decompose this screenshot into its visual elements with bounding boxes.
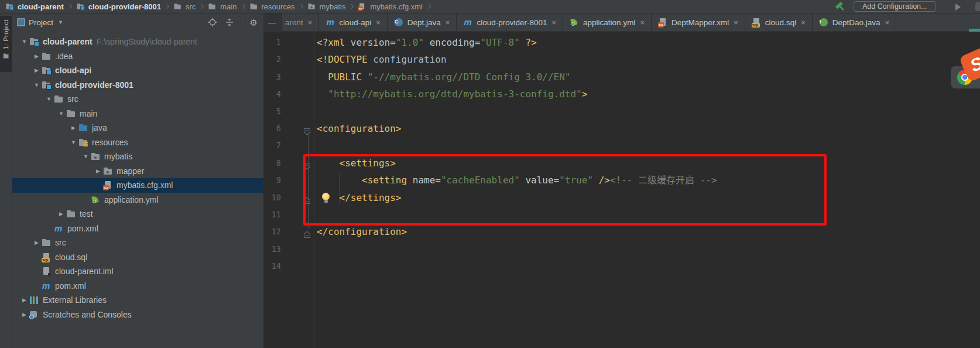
maven-file-icon: m (325, 18, 335, 27)
tree-item-label: pom.xml (67, 224, 98, 233)
tree-item-external-libraries[interactable]: ▶External Libraries (12, 293, 263, 308)
chevron-collapsed-icon[interactable]: ▶ (19, 312, 29, 318)
tree-item-label: java (92, 123, 107, 132)
hide-panel-button[interactable]: — (263, 13, 282, 31)
tab-close-icon[interactable]: × (446, 18, 450, 27)
tree-item-mybatis[interactable]: ▼mybatis (12, 149, 263, 164)
tab-label: DeptDao.java (832, 18, 880, 27)
tree-item-application.yml[interactable]: application.yml (12, 193, 263, 207)
clipped-toolbar-icon[interactable] (975, 2, 980, 11)
chevron-expanded-icon[interactable]: ▼ (32, 82, 42, 88)
chevron-collapsed-icon[interactable]: ▶ (32, 53, 42, 59)
fold-marker-up-icon[interactable] (303, 227, 311, 236)
tree-item-java[interactable]: ▶java (12, 121, 263, 135)
maven-file-icon: m (54, 224, 64, 233)
tree-item-cloud-parent[interactable]: ▼cloud-parentF:\springStudy\cloud-parent (12, 35, 263, 49)
editor-tab-deptmapper.xml[interactable]: <>DeptMapper.xml× (652, 13, 745, 31)
editor-tab-cloud-api[interactable]: mcloud-api× (319, 13, 387, 31)
tree-item-cloud-provider-8001[interactable]: ▼cloud-provider-8001 (12, 78, 263, 93)
editor-area: — arent×mcloud-api×CDept.java×mcloud-pro… (263, 13, 980, 348)
tree-item-mybatis.cfg.xml[interactable]: <>mybatis.cfg.xml (12, 178, 263, 193)
tree-item-cloud-api[interactable]: ▶cloud-api (12, 63, 263, 78)
chevron-expanded-icon[interactable]: ▼ (19, 39, 29, 45)
line-number: 11 (263, 206, 281, 223)
chevron-collapsed-icon[interactable]: ▶ (93, 168, 103, 174)
line-number: 7 (263, 137, 281, 154)
line-number: 14 (263, 258, 281, 275)
tree-item-mapper[interactable]: ▶mapper (12, 164, 263, 179)
editor-tab-application.yml[interactable]: application.yml× (563, 13, 652, 31)
editor-tab-arent[interactable]: arent× (282, 13, 319, 31)
collapse-all-icon[interactable] (225, 18, 234, 27)
tree-item-label: main (80, 109, 97, 118)
code-line-7: 7 (263, 137, 980, 154)
breadcrumb-item[interactable]: <>mybatis.cfg.xml (357, 2, 423, 11)
breadcrumb-item[interactable]: resources (249, 2, 295, 11)
sql-file-icon: SQL (42, 253, 52, 262)
chevron-expanded-icon[interactable]: ▼ (68, 139, 78, 145)
fold-marker-down-icon[interactable] (303, 124, 311, 133)
tab-label: DeptMapper.xml (671, 18, 729, 27)
tree-item-pom.xml[interactable]: mpom.xml (12, 221, 263, 236)
add-configuration-button[interactable]: Add Configuration... (854, 1, 936, 12)
module-folder-icon (42, 66, 52, 75)
tab-close-icon[interactable]: × (885, 18, 890, 27)
breadcrumb-chevron-icon (298, 4, 303, 9)
breadcrumb-item[interactable]: cloud-parent (5, 2, 64, 11)
tree-item-main[interactable]: ▼main (12, 107, 263, 121)
locate-file-icon[interactable] (208, 18, 217, 27)
code-editor[interactable]: 1<?xml version="1.0" encoding="UTF-8" ?>… (263, 32, 980, 348)
editor-tabbar: — arent×mcloud-api×CDept.java×mcloud-pro… (263, 13, 980, 32)
tree-item-cloud.sql[interactable]: SQLcloud.sql (12, 250, 263, 265)
code-line-13: 13 (263, 241, 980, 258)
tab-close-icon[interactable]: × (801, 18, 806, 27)
tree-item-.idea[interactable]: ▶.idea (12, 49, 263, 64)
tree-item-pom.xml[interactable]: mpom.xml (12, 279, 263, 294)
chevron-collapsed-icon[interactable]: ▶ (32, 240, 42, 245)
breadcrumb-item[interactable]: cloud-provider-8001 (76, 2, 161, 11)
chevron-expanded-icon[interactable]: ▼ (81, 153, 91, 159)
tree-item-cloud-parent.iml[interactable]: cloud-parent.iml (12, 264, 263, 279)
breadcrumb-chevron-icon (349, 4, 354, 9)
tree-item-label: cloud-parent (43, 37, 92, 46)
tree-item-resources[interactable]: ▼resources (12, 135, 263, 150)
project-stripe-tab[interactable]: 1: Project (0, 16, 12, 72)
chevron-expanded-icon[interactable]: ▼ (56, 111, 66, 117)
code-text: <!DOCTYPE configuration (317, 51, 447, 68)
breadcrumb-item[interactable]: src (173, 2, 196, 11)
settings-gear-icon[interactable]: ⚙ (250, 18, 258, 27)
editor-tab-dept.java[interactable]: CDept.java× (388, 13, 457, 31)
chevron-collapsed-icon[interactable]: ▶ (68, 125, 78, 131)
tree-item-src[interactable]: ▶src (12, 236, 263, 250)
tree-item-test[interactable]: ▶test (12, 207, 263, 221)
tree-item-src[interactable]: ▼src (12, 92, 263, 107)
editor-tab-deptdao.java[interactable]: IDeptDao.java× (813, 13, 896, 31)
project-panel-title[interactable]: Project (29, 18, 53, 27)
spring-file-icon (91, 195, 101, 204)
chevron-expanded-icon[interactable]: ▼ (44, 96, 54, 102)
module-folder-icon (29, 37, 39, 46)
tab-close-icon[interactable]: × (308, 18, 313, 27)
editor-tab-cloud-provider-8001[interactable]: mcloud-provider-8001× (457, 13, 563, 31)
chevron-collapsed-icon[interactable]: ▶ (32, 67, 42, 73)
tree-item-scratches-and-consoles[interactable]: ▶Scratches and Consoles (12, 308, 263, 322)
run-play-icon[interactable] (955, 4, 961, 11)
code-line-12: 12</configuration> (263, 223, 980, 240)
breadcrumb-item[interactable]: mybatis (307, 2, 346, 11)
line-number: 9 (263, 172, 281, 189)
chevron-collapsed-icon[interactable]: ▶ (56, 211, 66, 217)
breadcrumb-chevron-icon (199, 4, 204, 9)
tree-item-label: .idea (55, 52, 73, 61)
folder-icon (42, 52, 52, 61)
tree-item-label: mybatis.cfg.xml (116, 180, 173, 190)
tab-close-icon[interactable]: × (734, 18, 738, 27)
line-number: 4 (263, 86, 281, 103)
editor-tab-cloud.sql[interactable]: SQLcloud.sql× (745, 13, 813, 31)
chevron-collapsed-icon[interactable]: ▶ (19, 297, 29, 303)
line-number: 12 (263, 223, 281, 240)
tab-close-icon[interactable]: × (376, 18, 381, 27)
tab-close-icon[interactable]: × (551, 18, 556, 27)
build-hammer-icon[interactable] (835, 1, 846, 12)
tab-close-icon[interactable]: × (640, 18, 645, 27)
breadcrumb-item[interactable]: main (207, 2, 237, 11)
